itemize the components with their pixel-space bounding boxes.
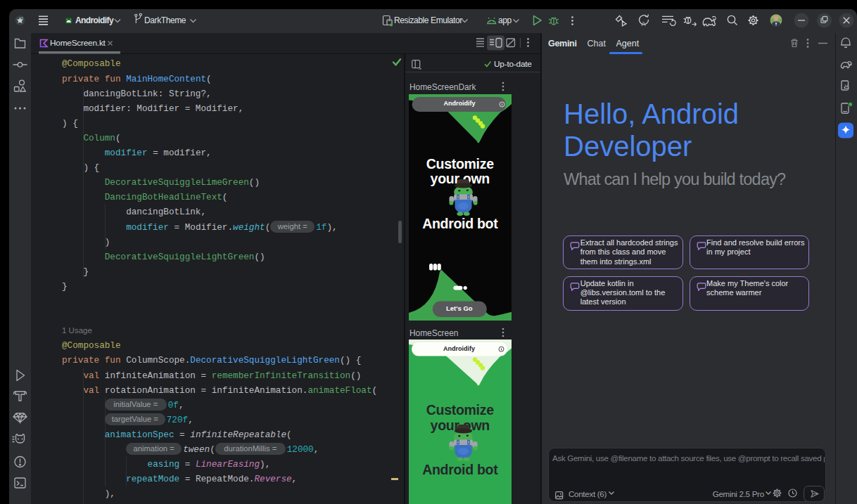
svg-text:A: A: [642, 20, 646, 27]
